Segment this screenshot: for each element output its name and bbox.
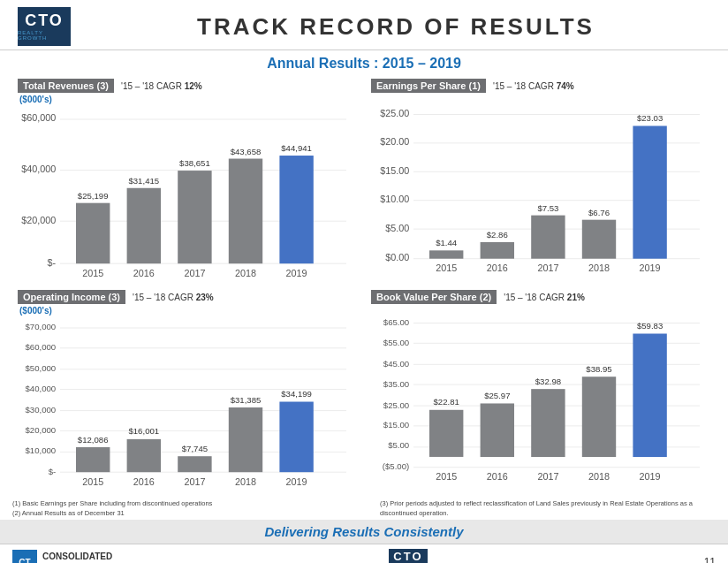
svg-text:$5.00: $5.00 [385, 223, 409, 233]
svg-text:$70,000: $70,000 [26, 322, 57, 331]
svg-rect-39 [531, 216, 565, 259]
logo-sub-text: REALTY GROWTH [18, 30, 71, 41]
svg-text:2016: 2016 [133, 476, 155, 487]
svg-text:2016: 2016 [487, 262, 508, 273]
cto-right-text: CTO [393, 551, 422, 562]
svg-text:2018: 2018 [235, 476, 256, 487]
svg-text:$5.00: $5.00 [388, 440, 409, 450]
svg-text:$40,000: $40,000 [26, 384, 57, 393]
svg-text:$1.44: $1.44 [436, 238, 458, 247]
svg-text:$2.86: $2.86 [487, 230, 508, 240]
svg-text:$55.00: $55.00 [383, 338, 409, 347]
svg-text:2019: 2019 [640, 262, 661, 273]
svg-rect-74 [279, 402, 313, 473]
svg-text:$45.00: $45.00 [383, 359, 409, 369]
book-value-per-share-chart: $65.00 $55.00 $45.00 $35.00 $25.00 $15.0… [371, 306, 710, 494]
svg-rect-72 [229, 407, 262, 472]
svg-text:$6.76: $6.76 [588, 208, 610, 217]
cto-logo: CTO REALTY GROWTH [18, 7, 71, 46]
operating-income-title: Operating Income (3) [18, 290, 125, 304]
ct-label: CT [19, 558, 30, 564]
svg-rect-99 [481, 403, 514, 457]
total-revenues-unit: ($000's) [19, 95, 357, 104]
total-revenues-svg: $60,000 $40,000 $20,000 $- $25,199 $31,4 [18, 104, 357, 283]
svg-rect-41 [582, 220, 616, 259]
book-value-per-share-title: Book Value Per Share (2) [371, 290, 497, 304]
svg-rect-12 [178, 171, 211, 263]
svg-rect-14 [229, 159, 262, 264]
svg-rect-16 [279, 156, 313, 263]
earnings-per-share-cagr: '15 – '18 CAGR 74% [493, 81, 574, 91]
company-line1: CONSOLIDATED [42, 551, 112, 562]
total-revenues-chart: $60,000 $40,000 $20,000 $- $25,199 $31,4 [18, 104, 357, 283]
svg-text:2019: 2019 [286, 476, 307, 487]
earnings-per-share-panel: Earnings Per Share (1) '15 – '18 CAGR 74… [364, 75, 717, 286]
operating-income-unit: ($000's) [19, 306, 357, 316]
earnings-per-share-chart: $25.00 $20.00 $15.00 $10.00 $5.00 $0.00 … [371, 95, 710, 283]
svg-text:$20.00: $20.00 [380, 136, 409, 147]
svg-rect-68 [127, 439, 161, 472]
company-name: CONSOLIDATED TOMOKA [42, 551, 112, 563]
svg-text:$65.00: $65.00 [383, 317, 409, 327]
bvps-svg: $65.00 $55.00 $45.00 $35.00 $25.00 $15.0… [371, 306, 710, 494]
svg-rect-66 [76, 447, 110, 472]
svg-text:2017: 2017 [537, 471, 558, 482]
consolidated-logo: CT CONSOLIDATED TOMOKA [12, 550, 112, 563]
page-number: 11 [704, 556, 716, 563]
svg-text:$7,745: $7,745 [182, 444, 208, 453]
svg-rect-105 [633, 334, 666, 458]
svg-text:2015: 2015 [436, 471, 457, 482]
svg-text:$15.00: $15.00 [383, 420, 409, 430]
svg-rect-37 [481, 242, 514, 259]
svg-text:$31,385: $31,385 [231, 395, 262, 405]
bottom-bar: CT CONSOLIDATED TOMOKA CTO REALTY GROWTH… [0, 544, 728, 563]
svg-text:$10,000: $10,000 [26, 445, 57, 455]
svg-text:$44,941: $44,941 [281, 143, 312, 153]
svg-text:2016: 2016 [133, 268, 155, 278]
cto-logo-right: CTO REALTY GROWTH [389, 549, 428, 563]
svg-text:$59.83: $59.83 [637, 321, 663, 331]
svg-text:$38,651: $38,651 [179, 158, 210, 168]
page-title: TRACK RECORD OF RESULTS [81, 13, 710, 41]
svg-text:$34,199: $34,199 [281, 389, 312, 399]
footer-notes: (1) Basic Earnings per Share including f… [0, 498, 728, 520]
eps-svg: $25.00 $20.00 $15.00 $10.00 $5.00 $0.00 … [371, 95, 710, 283]
svg-text:$32.98: $32.98 [535, 377, 561, 386]
svg-text:$12,086: $12,086 [78, 435, 109, 445]
svg-text:$43,658: $43,658 [231, 147, 262, 156]
svg-text:$50,000: $50,000 [26, 363, 57, 373]
svg-text:$10.00: $10.00 [380, 194, 409, 204]
svg-text:$20,000: $20,000 [21, 215, 56, 225]
total-revenues-cagr: '15 – '18 CAGR 12% [121, 81, 202, 91]
svg-rect-97 [429, 410, 463, 457]
svg-text:2018: 2018 [588, 262, 610, 273]
operating-income-header: Operating Income (3) '15 – '18 CAGR 23% [18, 290, 357, 304]
svg-text:$40,000: $40,000 [21, 164, 56, 174]
charts-grid: Total Revenues (3) '15 – '18 CAGR 12% ($… [0, 75, 728, 498]
note1: (1) Basic Earnings per Share including f… [12, 499, 212, 509]
svg-rect-101 [531, 389, 565, 457]
svg-text:$38.95: $38.95 [586, 364, 611, 374]
svg-text:2017: 2017 [537, 262, 558, 273]
header: CTO REALTY GROWTH TRACK RECORD OF RESULT… [0, 0, 728, 50]
svg-text:2015: 2015 [82, 268, 103, 278]
svg-text:$35.00: $35.00 [383, 379, 409, 389]
svg-rect-35 [429, 250, 463, 258]
svg-rect-43 [633, 126, 666, 258]
svg-text:$25.00: $25.00 [383, 400, 409, 410]
svg-text:$31,415: $31,415 [128, 176, 159, 186]
svg-text:2015: 2015 [436, 262, 457, 273]
svg-text:$25.00: $25.00 [380, 108, 409, 118]
svg-text:$20,000: $20,000 [26, 425, 57, 435]
bottom-banner: Delivering Results Consistently [0, 520, 728, 544]
svg-text:2018: 2018 [235, 268, 256, 278]
svg-text:$22.81: $22.81 [434, 397, 459, 407]
svg-text:$0.00: $0.00 [385, 252, 409, 262]
svg-text:$7.53: $7.53 [537, 203, 558, 213]
note2: (2) Annual Results as of December 31 [12, 509, 212, 519]
total-revenues-title: Total Revenues (3) [18, 79, 114, 93]
svg-text:2018: 2018 [588, 471, 610, 482]
left-notes: (1) Basic Earnings per Share including f… [12, 499, 212, 518]
logo-cto-text: CTO [25, 12, 64, 28]
book-value-per-share-header: Book Value Per Share (2) '15 – '18 CAGR … [371, 290, 710, 304]
